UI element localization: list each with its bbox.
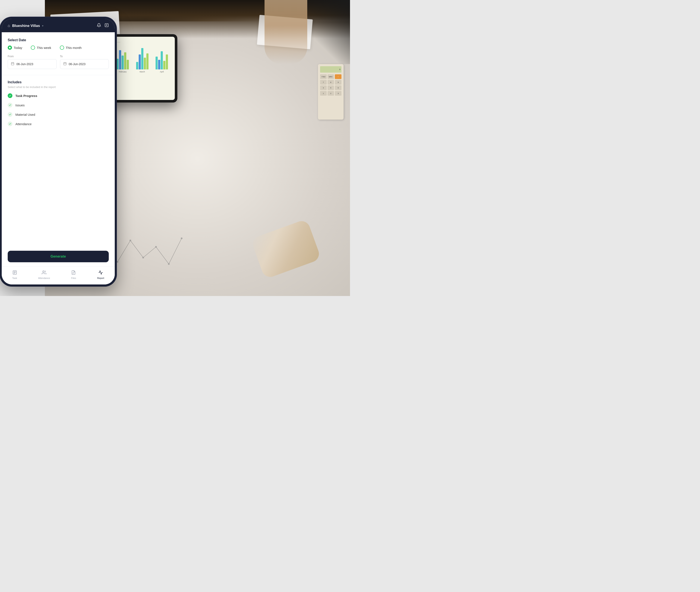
checkbox-icon-material (8, 112, 12, 117)
svg-point-6 (142, 257, 144, 258)
calc-btn-5: 5 (328, 86, 334, 90)
calc-btn-2: 2 (328, 91, 334, 96)
radio-this-month[interactable]: This month (60, 46, 82, 50)
calc-btn-7: 7 (320, 80, 327, 85)
date-from-field: From 06-Jun-2023 (8, 55, 57, 69)
calendar-from-icon (11, 62, 14, 66)
checkbox-label-attendance: Attendance (15, 122, 32, 126)
bar-mar-2 (139, 54, 141, 69)
radio-label-month: This month (66, 46, 82, 50)
bar-apr-2 (158, 60, 160, 69)
calc-btn-9: 9 (335, 80, 341, 85)
nav-item-attendance[interactable]: Attendance (34, 269, 54, 280)
svg-point-7 (155, 246, 157, 248)
bar-apr-5 (166, 54, 168, 69)
chart-group-mar: March (136, 48, 148, 73)
select-date-title: Select Date (8, 38, 109, 42)
files-nav-icon (71, 270, 76, 276)
to-label: To (60, 55, 109, 58)
generate-btn-area: Generate (8, 244, 109, 262)
chart-group-feb: February (116, 50, 129, 73)
bar-apr-1 (155, 57, 158, 69)
chevron-down-icon: ▾ (42, 24, 43, 27)
nav-item-task[interactable]: Task (8, 269, 21, 280)
chart-label-apr: April (160, 71, 164, 73)
bar-feb-3 (122, 55, 124, 69)
nav-label-attendance: Attendance (38, 277, 50, 279)
header-icons (97, 23, 109, 29)
generate-button[interactable]: Generate (8, 251, 109, 262)
radio-this-week[interactable]: This week (31, 46, 51, 50)
from-date-input[interactable]: 06-Jun-2023 (8, 59, 57, 69)
bg-dark-corner (307, 0, 350, 64)
from-label: From (8, 55, 57, 58)
from-date-value: 06-Jun-2023 (16, 62, 33, 66)
bar-apr-4 (163, 61, 166, 69)
svg-point-4 (117, 261, 119, 263)
date-to-field: To 06-Jun-2023 (60, 55, 109, 69)
radio-today[interactable]: Today (8, 46, 22, 50)
calc-btn-tax: +TAX (320, 74, 327, 79)
radio-label-today: Today (14, 46, 22, 50)
report-nav-icon (98, 270, 103, 276)
calc-buttons: +TAX MRC ÷ 7 8 9 4 5 6 1 2 3 (320, 74, 341, 96)
checkbox-label-material: Material Used (15, 113, 35, 116)
includes-title: Includes (8, 80, 109, 84)
app-title: Blueshine Villas (12, 24, 40, 28)
mobile-device: ⌂ Blueshine Villas ▾ (0, 17, 116, 286)
checkbox-label-issues: Issues (15, 103, 25, 107)
to-date-input[interactable]: 06-Jun-2023 (60, 59, 109, 69)
bar-mar-3 (141, 48, 143, 69)
bar-feb-1 (116, 59, 119, 69)
svg-point-8 (168, 263, 170, 265)
bar-mar-1 (136, 62, 138, 69)
to-date-value: 06-Jun-2023 (69, 62, 86, 66)
calc-btn-6: 6 (335, 86, 341, 90)
chart-bars-apr (155, 51, 168, 69)
radio-circle-month (60, 46, 64, 50)
checkbox-attendance[interactable]: Attendance (8, 121, 109, 126)
header-left: ⌂ Blueshine Villas ▾ (8, 23, 43, 28)
bar-apr-3 (161, 51, 163, 69)
section-divider (2, 75, 115, 75)
app-header: ⌂ Blueshine Villas ▾ (2, 19, 115, 32)
bell-icon[interactable] (97, 23, 101, 29)
chart-bars-mar (136, 48, 148, 69)
chart-label-mar: March (140, 71, 145, 73)
radio-circle-today (8, 46, 12, 50)
checkbox-task-progress[interactable]: Task Progress (8, 93, 109, 98)
bar-mar-5 (146, 53, 148, 69)
checkbox-label-task: Task Progress (15, 94, 37, 98)
checkbox-issues[interactable]: Issues (8, 103, 109, 107)
calc-btn-mrc: MRC (328, 74, 334, 79)
checkbox-icon-issues (8, 103, 12, 107)
nav-label-report: Report (97, 277, 104, 279)
svg-rect-14 (11, 62, 14, 65)
checkbox-icon-task (8, 93, 12, 98)
calc-btn-1: 1 (320, 91, 327, 96)
bar-feb-4 (124, 52, 126, 69)
svg-point-26 (43, 271, 44, 272)
svg-rect-18 (64, 62, 66, 65)
bg-calculator: 0 +TAX MRC ÷ 7 8 9 4 5 6 1 2 3 (318, 64, 343, 119)
calc-btn-4: 4 (320, 86, 327, 90)
svg-point-5 (130, 240, 131, 241)
calc-btn-3: 3 (335, 91, 341, 96)
mobile-content: Select Date Today This week This month (2, 32, 115, 266)
bar-mar-4 (144, 58, 146, 69)
nav-item-report[interactable]: Report (93, 269, 108, 280)
home-icon: ⌂ (8, 23, 10, 28)
chart-label-feb: February (119, 71, 127, 73)
bg-hand-top (265, 0, 307, 64)
calc-btn-8: 8 (328, 80, 334, 85)
attendance-nav-icon (42, 270, 46, 276)
includes-subtitle: Select what to be included in the report (8, 86, 109, 89)
bar-feb-2 (119, 50, 121, 69)
nav-item-files[interactable]: Files (67, 269, 80, 280)
info-icon[interactable] (104, 23, 109, 29)
nav-label-files: Files (71, 277, 76, 279)
bar-feb-5 (127, 60, 129, 69)
checkbox-material-used[interactable]: Material Used (8, 112, 109, 117)
checkbox-icon-attendance (8, 121, 12, 126)
radio-circle-week (31, 46, 35, 50)
